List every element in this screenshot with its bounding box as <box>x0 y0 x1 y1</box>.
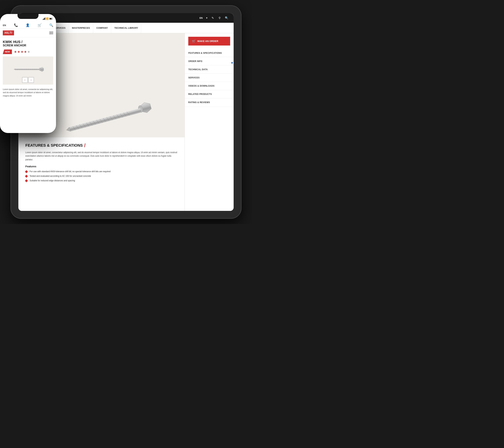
battery-icon <box>49 18 53 19</box>
phone-description: Lorem ipsum dolor sit amet, consecte-tur… <box>0 86 56 99</box>
phone-person-icon[interactable]: 👤 <box>26 23 30 27</box>
phone-language[interactable]: EN <box>3 24 6 27</box>
phone-frame: 📶 EN 📞 👤 🛒 🔍 HILTI KWIK HUS / SCREW ANC <box>0 14 56 133</box>
phone-status-icons: 📶 <box>43 18 53 20</box>
bullet-icon <box>25 175 28 178</box>
phone-cart-icon[interactable]: 🛒 <box>38 23 41 27</box>
phone-hilti-logo[interactable]: HILTI <box>3 30 14 35</box>
bullet-icon <box>25 170 28 173</box>
phone-search-icon[interactable]: 🔍 <box>49 23 53 27</box>
cart-icon: 🛒 <box>192 39 196 43</box>
nav-item-technical-library[interactable]: TECHNICAL LIBRARY <box>111 23 141 33</box>
phone-product-name: KWIK HUS / <box>3 40 53 44</box>
feature-text-3: Suitable for reduced edge distances and … <box>30 179 75 182</box>
features-subtitle: Features <box>25 165 178 168</box>
feature-text-1: For use with standard ANSI-tolerance dri… <box>30 170 111 173</box>
star-2: ★ <box>17 50 20 54</box>
sidebar-features[interactable]: FEATURES & SPECIFICATIONS <box>185 49 234 57</box>
phone-top-nav: EN 📞 👤 🛒 🔍 <box>0 22 56 29</box>
order-button-label: MAKE AN ORDER <box>198 40 218 42</box>
phone-content: KWIK HUS / SCREW ANCHOR NEW ★ ★ ★ ★ ★ <box>0 37 56 133</box>
search-icon[interactable]: 🔍 <box>225 16 228 20</box>
sidebar-rating-reviews[interactable]: RATING & REVIEWS <box>185 98 234 107</box>
hamburger-menu[interactable] <box>49 32 53 34</box>
person-icon[interactable]: ✎ <box>211 16 214 20</box>
signal-icon <box>43 18 45 20</box>
feature-item-2: Tested and evaluated according to AC 193… <box>25 175 178 177</box>
right-sidebar: 🛒 MAKE AN ORDER FEATURES & SPECIFICATION… <box>185 33 234 211</box>
chevron-down-icon: ▾ <box>206 17 207 19</box>
product-name-text: KWIK HUS / <box>3 40 22 44</box>
content-section: FEATURES & SPECIFICATIONS / Lorem ipsum … <box>18 137 185 211</box>
phone-call-icon[interactable]: 📞 <box>14 23 18 27</box>
nav-item-company[interactable]: COMPANY <box>93 23 111 33</box>
make-order-button[interactable]: 🛒 MAKE AN ORDER <box>188 37 230 46</box>
features-title: FEATURES & SPECIFICATIONS / <box>25 143 178 148</box>
bullet-icon <box>25 179 28 182</box>
star-1: ★ <box>14 50 17 54</box>
sidebar-technical-data[interactable]: TECHNICAL DATA <box>185 65 234 74</box>
star-5: ★ <box>27 50 30 54</box>
phone-status-bar: 📶 <box>0 14 56 22</box>
star-4: ★ <box>24 50 27 54</box>
wifi-icon: 📶 <box>46 18 49 20</box>
phone-notch <box>18 14 38 19</box>
phone-next-icon: › <box>31 79 32 81</box>
features-title-text: FEATURES & SPECIFICATIONS <box>25 143 83 148</box>
features-description: Lorem ipsum dolor sit amet, consectetur … <box>25 151 178 161</box>
phone-header: HILTI <box>0 29 56 37</box>
feature-item-1: For use with standard ANSI-tolerance dri… <box>25 170 178 173</box>
phone-image-area: ‹ › <box>3 56 53 85</box>
cart-icon[interactable]: ⚲ <box>218 16 221 20</box>
sidebar-services[interactable]: SERVICES <box>185 74 234 82</box>
star-rating: ★ ★ ★ ★ ★ <box>14 50 30 54</box>
sidebar-related-products[interactable]: RELATED PRODUCTS <box>185 90 234 98</box>
nav-item-masterpieces[interactable]: MASTERPIECES <box>69 23 93 33</box>
feature-item-3: Suitable for reduced edge distances and … <box>25 179 178 182</box>
feature-text-2: Tested and evaluated according to AC 193… <box>30 175 91 177</box>
title-slash: / <box>84 143 86 148</box>
phone-product-sub: SCREW ANCHOR <box>3 44 53 47</box>
phone-image-prev[interactable]: ‹ <box>22 77 28 83</box>
svg-rect-2 <box>69 108 141 131</box>
phone-image-nav: ‹ › <box>22 77 34 83</box>
new-badge: NEW <box>3 50 12 54</box>
phone-image-next[interactable]: › <box>28 77 34 83</box>
phone-product-title: KWIK HUS / SCREW ANCHOR <box>0 37 56 48</box>
phone-product-image <box>12 64 44 77</box>
sidebar-videos-downloads[interactable]: VIDEOS & DOWNLOADS <box>185 82 234 90</box>
language-selector[interactable]: EN <box>199 17 203 19</box>
phone-prev-icon: ‹ <box>25 79 25 81</box>
phone-badge-row: NEW ★ ★ ★ ★ ★ <box>0 48 56 55</box>
status-dot <box>231 62 233 64</box>
sidebar-order-info[interactable]: ORDER INFO <box>185 57 234 65</box>
star-3: ★ <box>21 50 23 54</box>
svg-marker-35 <box>14 69 15 70</box>
